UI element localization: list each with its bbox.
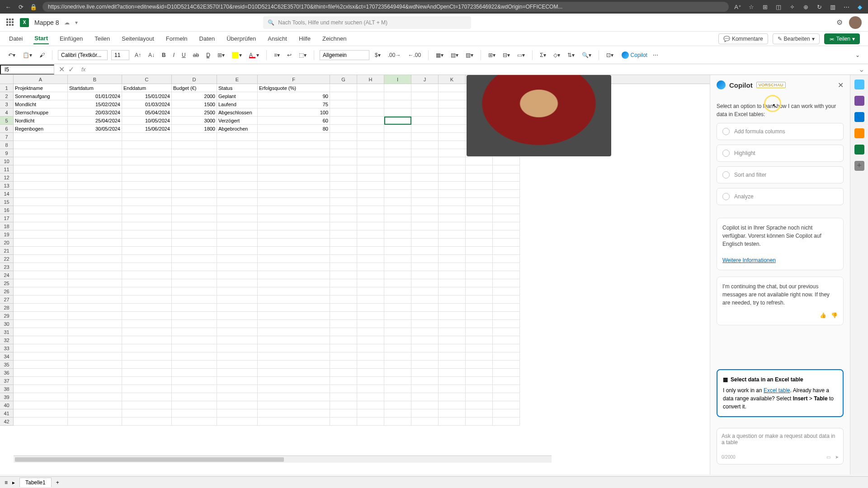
cell[interactable] — [384, 198, 411, 206]
cell[interactable] — [14, 165, 68, 174]
cell[interactable] — [330, 352, 357, 361]
cell[interactable] — [439, 255, 466, 263]
cell[interactable] — [330, 255, 357, 263]
row-header[interactable]: 29 — [0, 312, 13, 320]
cell[interactable] — [172, 255, 217, 263]
cell[interactable] — [439, 133, 466, 141]
cell[interactable] — [411, 84, 439, 92]
cell[interactable] — [68, 271, 122, 279]
row-header[interactable]: 6 — [0, 125, 13, 133]
col-header-K[interactable]: K — [439, 75, 466, 84]
cell[interactable] — [68, 344, 122, 352]
row-header[interactable]: 25 — [0, 279, 13, 287]
cell[interactable] — [122, 239, 172, 247]
cell[interactable] — [384, 206, 411, 214]
chevron-down-icon[interactable]: ▾ — [75, 19, 78, 26]
cell[interactable] — [217, 165, 258, 174]
cell[interactable] — [357, 296, 384, 304]
cell[interactable]: 1500 — [172, 100, 217, 108]
cell[interactable] — [122, 296, 172, 304]
cell[interactable] — [357, 377, 384, 385]
cell[interactable] — [357, 304, 384, 312]
sort-filter-button[interactable]: ⇅▾ — [566, 51, 576, 60]
cell[interactable] — [258, 377, 330, 385]
sync-icon[interactable]: ↻ — [816, 3, 823, 10]
cell[interactable] — [68, 385, 122, 393]
cell[interactable] — [14, 157, 68, 165]
row-header[interactable]: 2 — [0, 92, 13, 100]
increase-decimal-button[interactable]: .00→ — [386, 51, 403, 60]
cell[interactable] — [258, 393, 330, 401]
cell[interactable]: 90 — [258, 92, 330, 100]
cell[interactable] — [122, 352, 172, 361]
cell[interactable] — [493, 239, 520, 247]
cell[interactable] — [411, 214, 439, 222]
cell[interactable] — [330, 206, 357, 214]
cell[interactable] — [466, 157, 493, 165]
cell[interactable] — [357, 409, 384, 418]
cell[interactable] — [411, 393, 439, 401]
cell[interactable] — [411, 352, 439, 361]
cell[interactable] — [357, 117, 384, 125]
bearbeiten-button[interactable]: ✎Bearbeiten▾ — [773, 33, 820, 44]
cell[interactable] — [172, 409, 217, 418]
format-cells-button[interactable]: ▭▾ — [515, 51, 527, 60]
send-icon[interactable]: ➤ — [835, 455, 839, 460]
row-header[interactable]: 19 — [0, 230, 13, 239]
cell[interactable] — [384, 133, 411, 141]
cell[interactable] — [172, 377, 217, 385]
cell[interactable] — [217, 401, 258, 409]
cell[interactable] — [330, 222, 357, 230]
cell[interactable] — [217, 133, 258, 141]
cell[interactable] — [439, 117, 466, 125]
font-select[interactable] — [58, 50, 108, 60]
cell[interactable] — [172, 230, 217, 239]
cell[interactable] — [384, 361, 411, 369]
cell[interactable] — [384, 279, 411, 287]
cell[interactable] — [411, 141, 439, 149]
cell[interactable]: 80 — [258, 125, 330, 133]
cell[interactable] — [68, 263, 122, 271]
cell[interactable] — [258, 409, 330, 418]
cell[interactable] — [466, 296, 493, 304]
copilot-option-sort-filter[interactable]: Sort and filter — [717, 166, 844, 183]
cell[interactable] — [357, 214, 384, 222]
menu-daten[interactable]: Daten — [198, 33, 216, 44]
cell[interactable] — [258, 255, 330, 263]
row-header[interactable]: 10 — [0, 157, 13, 165]
cell[interactable] — [217, 336, 258, 344]
cell[interactable] — [466, 304, 493, 312]
cell[interactable] — [384, 125, 411, 133]
cell[interactable] — [439, 320, 466, 328]
cell[interactable] — [493, 271, 520, 279]
cell[interactable] — [330, 369, 357, 377]
cell[interactable] — [384, 320, 411, 328]
cell[interactable] — [493, 214, 520, 222]
cell[interactable] — [466, 174, 493, 182]
cell[interactable] — [439, 100, 466, 108]
strike-button[interactable]: ab — [191, 51, 201, 60]
settings-icon[interactable]: ⚙ — [836, 18, 843, 27]
cell[interactable] — [357, 133, 384, 141]
cell[interactable]: Regenbogen — [14, 125, 68, 133]
attach-icon[interactable]: ▭ — [826, 455, 830, 460]
cell[interactable] — [466, 336, 493, 344]
row-header[interactable]: 5 — [0, 117, 13, 125]
cell[interactable] — [493, 190, 520, 198]
cell[interactable] — [357, 190, 384, 198]
cell[interactable] — [384, 149, 411, 157]
cell[interactable] — [122, 190, 172, 198]
cell[interactable] — [217, 296, 258, 304]
cell[interactable] — [122, 198, 172, 206]
cell[interactable] — [493, 230, 520, 239]
collections-icon[interactable]: ⊕ — [802, 3, 809, 10]
insert-cells-button[interactable]: ⊞▾ — [486, 51, 497, 60]
cell[interactable] — [357, 157, 384, 165]
cell[interactable] — [439, 287, 466, 296]
cell[interactable] — [466, 328, 493, 336]
font-size-select[interactable] — [111, 50, 129, 60]
cell[interactable] — [411, 92, 439, 100]
cell[interactable] — [439, 263, 466, 271]
cell[interactable] — [258, 230, 330, 239]
copilot-option-add-formula[interactable]: Add formula columns — [717, 123, 844, 140]
